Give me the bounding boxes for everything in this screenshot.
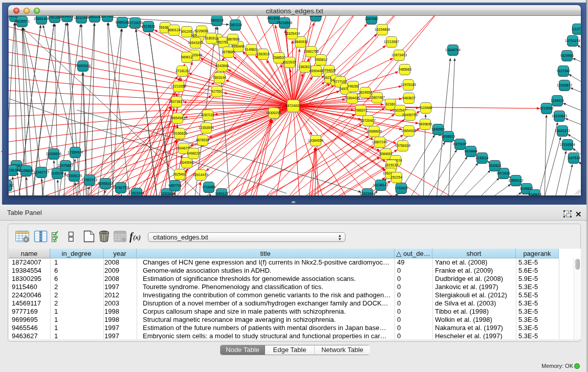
svg-text:7803144: 7803144 (213, 76, 226, 79)
svg-text:10719155: 10719155 (127, 21, 143, 25)
svg-text:3716485: 3716485 (202, 185, 215, 189)
svg-text:16154808: 16154808 (375, 28, 390, 31)
svg-text:12213967: 12213967 (384, 40, 399, 43)
svg-text:2867608: 2867608 (226, 37, 239, 41)
svg-text:1498222: 1498222 (187, 151, 200, 155)
svg-text:10807487: 10807487 (369, 96, 385, 99)
svg-text:1112734: 1112734 (571, 27, 581, 31)
svg-text:7986372: 7986372 (354, 108, 367, 112)
svg-text:16648784: 16648784 (445, 48, 461, 52)
svg-text:11156819: 11156819 (19, 169, 34, 172)
svg-text:1362615: 1362615 (256, 52, 270, 56)
svg-text:1167533: 1167533 (567, 156, 580, 160)
svg-text:17957273: 17957273 (82, 178, 97, 182)
svg-text:12942737: 12942737 (34, 170, 49, 174)
svg-text:1640953: 1640953 (431, 127, 445, 131)
svg-text:252254: 252254 (391, 176, 403, 179)
svg-text:9474444: 9474444 (464, 149, 477, 153)
svg-text:3824554: 3824554 (359, 91, 372, 94)
svg-text:10973493: 10973493 (391, 53, 407, 57)
svg-text:3660124: 3660124 (167, 28, 181, 32)
svg-text:5180312: 5180312 (205, 36, 218, 40)
svg-text:8471636: 8471636 (497, 171, 510, 175)
svg-text:746266: 746266 (347, 84, 359, 88)
svg-text:7485063: 7485063 (398, 68, 411, 71)
svg-text:1640994: 1640994 (180, 161, 193, 164)
svg-text:10653267: 10653267 (87, 16, 102, 18)
svg-text:16210643: 16210643 (552, 114, 567, 118)
svg-text:9146821: 9146821 (245, 48, 258, 51)
svg-text:13751074: 13751074 (565, 39, 580, 42)
svg-text:12923448: 12923448 (129, 191, 144, 195)
svg-text:19654923: 19654923 (401, 129, 417, 133)
svg-text:12093872: 12093872 (557, 83, 572, 87)
svg-text:16914479: 16914479 (193, 173, 208, 177)
svg-text:19654983: 19654983 (170, 116, 185, 120)
svg-text:7515526: 7515526 (142, 25, 155, 28)
svg-text:13325419: 13325419 (285, 32, 300, 35)
svg-text:17016504: 17016504 (560, 143, 575, 146)
svg-text:9915134: 9915134 (9, 168, 18, 172)
svg-text:9115460: 9115460 (419, 106, 432, 110)
svg-text:2087682: 2087682 (365, 17, 378, 20)
svg-text:12975185: 12975185 (401, 83, 416, 86)
svg-text:1733426: 1733426 (395, 186, 408, 190)
svg-text:891295: 891295 (181, 30, 193, 33)
svg-text:1145194: 1145194 (51, 171, 64, 175)
svg-text:19384554: 19384554 (308, 139, 323, 142)
svg-text:2166152: 2166152 (9, 184, 13, 187)
svg-text:15692371: 15692371 (555, 129, 570, 133)
svg-text:15720407: 15720407 (360, 119, 376, 122)
svg-text:6379197: 6379197 (453, 142, 467, 146)
svg-text:7632621: 7632621 (488, 164, 502, 167)
svg-text:9242848: 9242848 (215, 64, 229, 68)
svg-text:12213359: 12213359 (171, 84, 186, 88)
svg-text:9245813: 9245813 (528, 193, 541, 195)
svg-text:62160: 62160 (386, 102, 396, 106)
svg-text:9227342: 9227342 (557, 69, 570, 73)
svg-text:8322037: 8322037 (283, 60, 296, 64)
svg-text:12905135: 12905135 (67, 174, 82, 178)
svg-text:9777169: 9777169 (334, 80, 347, 83)
svg-text:16073817: 16073817 (169, 100, 184, 103)
svg-text:7625402: 7625402 (173, 172, 186, 176)
svg-text:1527602: 1527602 (101, 16, 114, 18)
svg-text:2718126: 2718126 (176, 69, 189, 73)
svg-text:19756928: 19756928 (395, 144, 410, 147)
svg-text:17359924: 17359924 (68, 150, 83, 154)
svg-text:989612: 989612 (181, 55, 193, 59)
svg-text:10958107: 10958107 (98, 182, 113, 185)
svg-text:18300295: 18300295 (266, 111, 281, 115)
svg-text:10975867: 10975867 (58, 164, 73, 167)
svg-text:5226058: 5226058 (195, 29, 208, 33)
svg-text:8678334: 8678334 (196, 138, 209, 142)
svg-text:18640910: 18640910 (293, 40, 308, 43)
svg-text:9463627: 9463627 (402, 96, 416, 100)
svg-text:1615132: 1615132 (385, 163, 398, 167)
svg-text:10654112: 10654112 (508, 179, 524, 182)
svg-text:20691406: 20691406 (34, 17, 49, 20)
svg-text:3809214: 3809214 (210, 18, 224, 22)
svg-text:(x): (x) (133, 233, 141, 241)
svg-text:20206536: 20206536 (46, 152, 61, 156)
svg-text:9634021: 9634021 (60, 16, 74, 18)
svg-text:9699695: 9699695 (419, 122, 432, 126)
svg-text:8813054: 8813054 (267, 16, 280, 20)
svg-text:16136141: 16136141 (373, 183, 388, 187)
svg-text:1292344: 1292344 (160, 192, 173, 195)
svg-text:19166825: 19166825 (172, 132, 187, 135)
svg-text:14035571: 14035571 (14, 19, 30, 23)
svg-text:8267115: 8267115 (201, 113, 214, 117)
svg-text:12353594: 12353594 (199, 126, 214, 129)
svg-text:1362615: 1362615 (298, 65, 312, 69)
svg-text:9329966: 9329966 (560, 54, 574, 57)
svg-text:3675685: 3675685 (222, 50, 235, 54)
svg-text:1244415: 1244415 (551, 99, 564, 102)
svg-text:16543392: 16543392 (188, 41, 203, 45)
svg-text:12923448: 12923448 (360, 192, 375, 195)
svg-text:427552: 427552 (211, 90, 223, 93)
svg-text:29053346: 29053346 (75, 64, 91, 68)
svg-text:16782759: 16782759 (113, 186, 128, 189)
svg-text:23495758: 23495758 (402, 113, 418, 117)
svg-text:1054121: 1054121 (215, 192, 228, 195)
